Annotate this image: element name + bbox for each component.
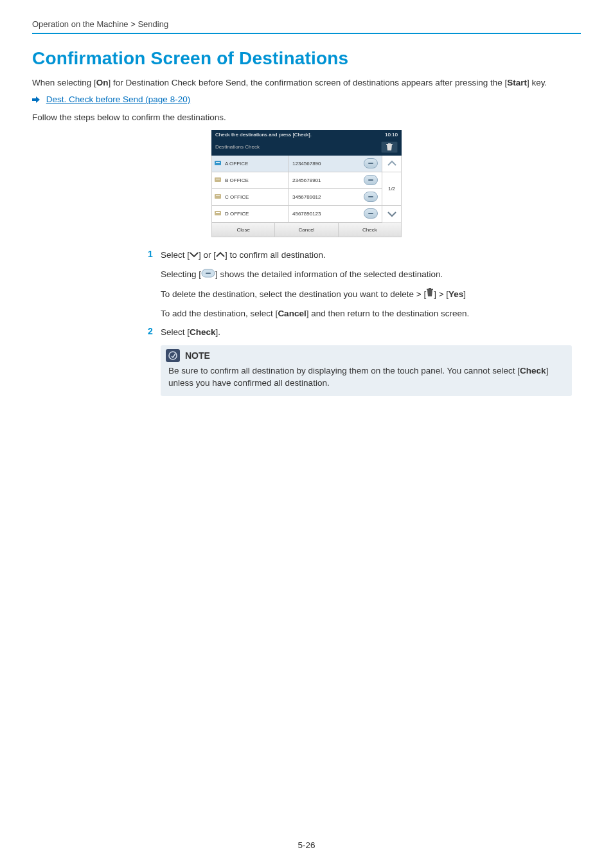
- destination-name: C OFFICE: [224, 194, 288, 200]
- destination-info-button[interactable]: [364, 192, 378, 202]
- chevron-down-icon: [190, 249, 199, 262]
- panel-title: Check the destinations and press [Check]…: [215, 132, 312, 138]
- trash-icon: [426, 288, 434, 301]
- destination-number: 2345678901: [288, 172, 360, 188]
- trash-icon[interactable]: [381, 141, 398, 153]
- panel-subtitle: Destinations Check: [215, 144, 381, 150]
- note-body: Be sure to confirm all destination by di…: [161, 365, 572, 390]
- destination-number: 4567890123: [288, 206, 360, 222]
- check-literal: Check: [520, 366, 546, 375]
- info-pill-icon: [201, 269, 215, 282]
- intro-text: ] key.: [527, 78, 547, 87]
- cancel-literal: Cancel: [278, 309, 306, 318]
- check-button[interactable]: Check: [339, 223, 401, 237]
- start-literal: Start: [507, 78, 527, 87]
- touch-panel-figure: Check the destinations and press [Check]…: [211, 130, 402, 237]
- scroll-down-button[interactable]: [382, 206, 401, 222]
- crossref-link[interactable]: Dest. Check before Send (page 8-20): [46, 95, 190, 104]
- step1-text: Select [: [161, 250, 190, 260]
- destination-info-button[interactable]: [364, 158, 378, 168]
- header-rule: [32, 33, 581, 34]
- panel-time: 10:10: [385, 132, 398, 138]
- step-number: 1: [148, 249, 161, 321]
- destination-number: 1234567890: [288, 156, 360, 172]
- intro-text: ] for Destination Check before Send, the…: [109, 78, 508, 87]
- step2-text: Select [: [161, 327, 190, 337]
- link-arrow-icon: [32, 95, 40, 105]
- page-number: 5-26: [0, 840, 613, 850]
- intro-text: When selecting [: [32, 78, 96, 87]
- svg-rect-6: [216, 195, 220, 196]
- step1-sub2: ] > [: [434, 289, 449, 299]
- yes-literal: Yes: [449, 289, 463, 299]
- destination-row[interactable]: A OFFICE1234567890: [212, 156, 382, 172]
- destination-row[interactable]: C OFFICE3456789012: [212, 189, 382, 206]
- step-number: 2: [148, 326, 161, 339]
- svg-rect-5: [215, 194, 221, 199]
- destination-type-icon: [212, 192, 224, 201]
- destination-row[interactable]: B OFFICE2345678901: [212, 172, 382, 189]
- on-literal: On: [96, 78, 109, 87]
- step-2: 2 Select [Check].: [148, 326, 559, 339]
- step2-text: ].: [216, 327, 221, 337]
- step1-sub2: To delete the destination, select the de…: [161, 289, 426, 299]
- close-button[interactable]: Close: [212, 223, 275, 237]
- destination-info-button[interactable]: [364, 175, 378, 185]
- step1-sub3: ] and then return to the destination scr…: [306, 309, 470, 318]
- svg-point-11: [169, 352, 177, 359]
- intro-paragraph: When selecting [On] for Destination Chec…: [32, 77, 581, 89]
- step1-sub1: Selecting [: [161, 269, 201, 279]
- destination-name: A OFFICE: [224, 161, 288, 167]
- panel-titlebar: Check the destinations and press [Check]…: [211, 130, 402, 140]
- chevron-up-icon: [216, 249, 225, 262]
- note-text: Be sure to confirm all destination by di…: [168, 366, 520, 375]
- svg-rect-2: [216, 162, 220, 163]
- step1-text: ] to confirm all destination.: [225, 250, 326, 260]
- svg-marker-0: [32, 96, 40, 103]
- page-title: Confirmation Screen of Destinations: [32, 48, 581, 69]
- note-box: NOTE Be sure to confirm all destination …: [161, 345, 572, 396]
- note-icon: [166, 349, 180, 362]
- svg-rect-10: [206, 273, 211, 274]
- svg-rect-4: [216, 179, 220, 179]
- destination-info-button[interactable]: [364, 208, 378, 219]
- destination-number: 3456789012: [288, 189, 360, 205]
- cancel-button[interactable]: Cancel: [275, 223, 338, 237]
- scroll-up-button[interactable]: [382, 156, 401, 173]
- page-indicator: 1/2: [382, 172, 401, 206]
- follow-text: Follow the steps below to confirm the de…: [32, 111, 581, 124]
- check-literal: Check: [190, 327, 216, 337]
- destination-row[interactable]: D OFFICE4567890123: [212, 206, 382, 222]
- svg-rect-1: [215, 161, 221, 165]
- destination-name: D OFFICE: [224, 211, 288, 217]
- step1-text: ] or [: [199, 250, 216, 260]
- step1-sub1: ] shows the detailed information of the …: [215, 269, 443, 279]
- panel-subbar: Destinations Check: [211, 140, 402, 156]
- svg-rect-7: [215, 211, 221, 215]
- crossref-link-row: Dest. Check before Send (page 8-20): [32, 95, 581, 105]
- destination-type-icon: [212, 176, 224, 185]
- destination-type-icon: [212, 209, 224, 218]
- destination-type-icon: [212, 159, 224, 168]
- destination-name: B OFFICE: [224, 177, 288, 183]
- step1-sub2: ]: [463, 289, 466, 299]
- svg-rect-8: [216, 212, 220, 213]
- step-1: 1 Select [] or [] to confirm all destina…: [148, 249, 559, 321]
- svg-rect-3: [215, 177, 221, 182]
- breadcrumb: Operation on the Machine > Sending: [32, 19, 581, 33]
- step1-sub3: To add the destination, select [: [161, 309, 278, 318]
- note-label: NOTE: [185, 350, 210, 361]
